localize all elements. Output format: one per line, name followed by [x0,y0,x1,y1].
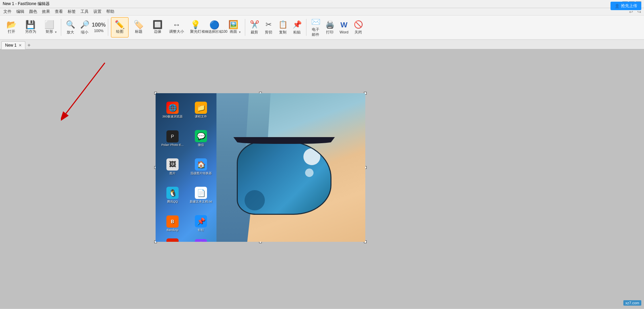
zoomout-button[interactable]: 🔎 缩小 [78,17,91,37]
zoom100-label: 100% [94,29,104,33]
crop-button[interactable]: ✂️ 裁剪 [248,17,261,37]
draw-label: 绘图 [116,29,123,34]
tab-label: New 1 [5,43,17,48]
toolbar-close-label: 关闭 [354,30,362,35]
desktop-area: 🌐 360极速浏览器 📁 课程文件 P Polarr Photo E... 💬 … [156,93,223,242]
icon-converter: 🏠 迅捷图片转换器 [187,153,214,180]
icon-newtxt: 📄 新建文本文档.txt [187,182,214,209]
copy-icon: 📋 [278,20,288,29]
annotation-arrow [61,59,115,127]
eyelash-top [233,137,335,144]
upload-label: 抢先上传 [621,3,637,9]
crop-icon: ✂️ [250,20,259,29]
upload-icon: 👤 [615,4,620,8]
eye-iris [245,190,265,210]
lasso-label: 模糊选择区域100 [202,30,228,34]
eye-highlight-1 [303,148,320,165]
anime-character [216,93,365,242]
zoomin-icon: 🔍 [66,20,75,29]
spotlight-icon: 💡 [190,21,201,29]
image-container[interactable]: 🌐 360极速浏览器 📁 课程文件 P Polarr Photo E... 💬 … [156,93,365,242]
email-icon: ✉️ [311,18,320,26]
svg-line-1 [66,63,105,113]
toolbar: 📂 打开 💾 另存为 ⬜ 矩形 ▼ 🔍 放大 🔎 缩小 100% 100% ✏️… [0,16,644,40]
zoomin-label: 放大 [67,30,74,35]
copy-label: 复制 [279,30,286,35]
menu-settings[interactable]: 设置 [91,8,104,15]
canvas-button[interactable]: 🖼️ 画面 ▼ [225,17,242,37]
icon-360: 🌐 360极速浏览器 [159,97,186,124]
rect-icon: ⬜ [44,21,54,29]
canvas-label: 画面 [230,29,237,34]
icon-resourcefile: 📁 课程文件 [187,97,214,124]
icon-polarr: P Polarr Photo E... [159,125,186,152]
lasso-button[interactable]: 🔵 模糊选择区域100 [206,17,223,37]
open-icon: 📂 [6,21,17,29]
upload-button[interactable]: 👤 抢先上传 [611,2,641,10]
cut-icon: ✂ [266,20,272,29]
menu-tools[interactable]: 工具 [78,8,91,15]
cut-button[interactable]: ✂ 剪切 [262,17,275,37]
open-button[interactable]: 📂 打开 [3,17,20,37]
content-area: 🌐 360极速浏览器 📁 课程文件 P Polarr Photo E... 💬 … [0,49,644,308]
paste-label: 粘贴 [293,30,301,35]
canvas-dropdown-arrow: ▼ [238,31,241,34]
edge-icon: 🔲 [153,21,163,29]
zoomout-label: 缩小 [81,30,88,35]
spotlight-button[interactable]: 💡 聚光灯 [187,17,204,37]
zoomin-button[interactable]: 🔍 放大 [64,17,77,37]
word-label: Word [340,30,348,34]
rect-label: 矩形 [46,29,53,34]
toolbar-close-icon: 🚫 [354,20,363,29]
icon-qq: 🐧 腾讯QQ [159,182,186,209]
icon-photos: 🖼 图片 [159,153,186,180]
tabbar: New 1 ✕ + [0,40,644,49]
resize-button[interactable]: ↔️ 调整大小 [168,17,185,37]
titlebar: New 1 - FastStone 编辑器 ─ □ ✕ [0,0,644,8]
open-label: 打开 [8,29,15,34]
toolbar-sep-1 [61,19,61,36]
menu-effect[interactable]: 效果 [40,8,52,15]
menubar: 文件 编辑 颜色 效果 查看 标签 工具 设置 帮助 ↩ ↪ [0,8,644,16]
anime-eye [237,140,331,215]
draw-button[interactable]: ✏️ 绘图 [111,17,129,37]
toolbar-sep-2 [108,19,108,36]
toolbar-sep-4 [306,19,306,36]
save-icon: 💾 [25,21,36,29]
watermark: xz7.com [623,300,641,306]
screenshot-image: 🌐 360极速浏览器 📁 课程文件 P Polarr Photo E... 💬 … [156,93,365,242]
toolbar-close-button[interactable]: 🚫 关闭 [352,17,365,37]
paste-button[interactable]: 📌 粘贴 [291,17,303,37]
menu-file[interactable]: 文件 [1,8,14,15]
saveas-label: 另存为 [25,29,36,34]
email-button[interactable]: ✉️ 电子邮件 [309,17,322,37]
resize-icon: ↔️ [172,21,181,29]
menu-view[interactable]: 查看 [53,8,65,15]
icon-dingding: 📌 钉钉 [187,210,214,237]
resize-label: 调整大小 [169,29,184,34]
print-label: 打印 [326,30,334,35]
icon-51: 51 51模拟器 [159,238,186,242]
saveas-button[interactable]: 💾 另存为 [22,17,39,37]
word-button[interactable]: W Word [338,17,350,37]
mark-button[interactable]: 🏷️ 标题 [130,17,147,37]
tab-new1[interactable]: New 1 ✕ [1,41,25,49]
icon-cc: 📦 cc 202302... [187,238,214,242]
copy-button[interactable]: 📋 复制 [276,17,289,37]
tab-close-button[interactable]: ✕ [19,43,22,48]
zoomout-icon: 🔎 [80,20,89,29]
titlebar-title: New 1 - FastStone 编辑器 [3,1,50,7]
tab-add-button[interactable]: + [25,42,32,48]
zoom100-icon: 100% [92,22,106,28]
rect-button[interactable]: ⬜ 矩形 ▼ [41,17,58,37]
menu-color[interactable]: 颜色 [27,8,39,15]
edge-button[interactable]: 🔲 边缘 [149,17,166,37]
spotlight-label: 聚光灯 [190,29,201,34]
zoom100-button[interactable]: 100% 100% [92,17,105,37]
print-button[interactable]: 🖨️ 打印 [323,17,336,37]
menu-edit[interactable]: 编辑 [14,8,26,15]
menu-tag[interactable]: 标签 [66,8,78,15]
lasso-icon: 🔵 [209,21,220,29]
menu-help[interactable]: 帮助 [104,8,116,15]
draw-icon: ✏️ [115,21,125,29]
